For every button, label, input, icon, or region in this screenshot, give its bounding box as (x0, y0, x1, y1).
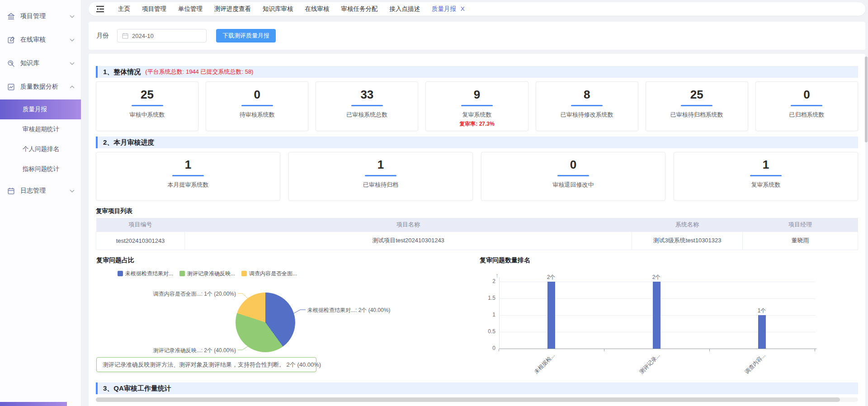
pie-callout-green: 测评记录准确反映...: 2个 (40.00%) (146, 347, 236, 354)
overall-stat-cards: 25审核中系统数 0待审核系统数 33已审核系统总数 9复审系统数复审率: 27… (96, 81, 858, 131)
bar-chart-title: 复审问题数量排名 (480, 256, 530, 264)
stat-card-reviewed-to-archive: 1已审核待归档 (288, 152, 473, 201)
tab-project-management[interactable]: 项目管理 (142, 5, 166, 13)
tab-knowledge-review[interactable]: 知识库审核 (263, 5, 293, 13)
tab-access-point-description[interactable]: 接入点描述 (390, 5, 420, 13)
stat-label: 复审系统数 (426, 111, 528, 119)
col-project-id: 项目编号 (96, 218, 185, 231)
bar-series-1[interactable] (653, 282, 660, 349)
stat-underline (557, 175, 589, 176)
tab-unit-management[interactable]: 单位管理 (178, 5, 203, 13)
stat-value: 1 (289, 158, 472, 172)
x-tick (499, 349, 499, 351)
stat-label: 已审核待归档 (289, 181, 472, 189)
y-tick-label: 0 (481, 345, 495, 351)
sidebar-item-knowledge-base[interactable]: 知识库 (0, 53, 81, 73)
x-tick (709, 349, 710, 351)
vertical-scrollbar-thumb[interactable] (865, 57, 868, 142)
stat-value: 1 (674, 158, 858, 172)
sidebar-item-log-management[interactable]: 日志管理 (0, 181, 81, 201)
stat-card-re-review-count: 1复审系统数 (674, 152, 858, 201)
bar-series-0[interactable] (547, 282, 555, 349)
stat-card-submitted-this-month: 1本月提审系统数 (96, 152, 280, 201)
stat-label: 本月提审系统数 (96, 181, 280, 189)
tab-online-review[interactable]: 在线审核 (305, 5, 330, 13)
filter-bar: 月份 2024-10 下载测评质量月报 (89, 22, 865, 50)
month-value: 2024-10 (132, 33, 154, 39)
stat-label: 审核退回修改中 (481, 181, 665, 189)
collapse-menu-icon[interactable] (96, 5, 104, 13)
section-title: 2、本月审核进度 (103, 137, 154, 148)
table-header-row: 项目编号 项目名称 系统名称 项目经理 (96, 218, 858, 231)
x-category-label: 未根据检... (533, 352, 557, 376)
y-tick-label: 0.5 (481, 328, 495, 335)
bar-series-2[interactable] (758, 315, 766, 349)
download-monthly-report-button[interactable]: 下载测评质量月报 (216, 29, 276, 42)
stat-underline (750, 175, 782, 176)
col-project-name: 项目名称 (185, 218, 632, 231)
stat-value: 0 (756, 88, 858, 102)
bar-value-label: 1个 (751, 307, 772, 315)
sidebar-item-label: 在线审核 (20, 36, 70, 44)
y-axis-arrow-icon: ↑ (495, 272, 499, 279)
stat-value: 33 (316, 88, 418, 102)
stat-label: 待审核系统数 (206, 111, 308, 119)
x-tick (604, 349, 604, 351)
chevron-down-icon (70, 38, 75, 42)
sidebar-item-quality-data-analysis[interactable]: 质量数据分析 (0, 77, 81, 97)
table-row: test202410301243 测试项目test202410301243 测试… (96, 231, 858, 250)
horizontal-scrollbar-thumb[interactable] (96, 397, 840, 402)
stat-card-re-review: 9复审系统数复审率: 27.3% (425, 81, 528, 131)
y-tick-label: 1 (481, 312, 495, 318)
stat-card-to-modify: 8已审核待修改系统数 (536, 81, 638, 131)
chevron-up-icon (70, 85, 75, 89)
tab-evaluation-progress[interactable]: 测评进度查看 (214, 5, 251, 13)
sidebar-subitem-personal-issue-ranking[interactable]: 个人问题排名 (0, 139, 81, 159)
topnav-tab-bar: 主页 项目管理 单位管理 测评进度查看 知识库审核 在线审核 审核任务分配 接入… (89, 2, 865, 16)
stat-value: 0 (481, 158, 665, 172)
section-subtitle: (平台系统总数: 1944 已提交系统总数: 58) (145, 66, 253, 78)
cell-system-name: 测试3级系统test10301323 (632, 231, 743, 250)
section-header-qa-workload: 3、QA审核工作量统计 (96, 382, 858, 394)
cell-project-id: test202410301243 (96, 231, 185, 250)
stat-value: 0 (206, 88, 308, 102)
bar-value-label: 2个 (646, 274, 667, 281)
report-panel: 1、整体情况 (平台系统总数: 1944 已提交系统总数: 58) 25审核中系… (89, 54, 865, 406)
sidebar-item-label: 日志管理 (20, 187, 70, 195)
x-category-label: 测评记录... (638, 352, 662, 376)
stat-label: 已审核待修改系统数 (536, 111, 638, 119)
pie-callout-yellow: 调查内容是否全面...: 1个 (20.00%) (146, 290, 236, 298)
month-picker-input[interactable]: 2024-10 (117, 29, 207, 42)
tab-quality-monthly-report[interactable]: 质量月报 X (432, 5, 465, 13)
sidebar-subitem-indicator-issue-stats[interactable]: 指标问题统计 (0, 159, 81, 179)
sidebar-item-label: 项目管理 (20, 12, 70, 20)
sidebar-subitem-review-overdue-stats[interactable]: 审核超期统计 (0, 119, 81, 139)
tab-home[interactable]: 主页 (118, 5, 130, 13)
stat-value: 25 (96, 88, 198, 102)
edit-icon (7, 36, 15, 44)
tab-close-icon[interactable]: X (461, 5, 465, 12)
cell-project-manager: 董晓雨 (743, 231, 858, 250)
horizontal-scrollbar[interactable] (96, 397, 858, 402)
sidebar-bottom-strip (0, 402, 67, 406)
review-project-list-title: 复审项目列表 (96, 207, 858, 215)
stat-card-pending: 0待审核系统数 (206, 81, 308, 131)
tab-label: 质量月报 (432, 5, 456, 12)
tab-review-task-assignment[interactable]: 审核任务分配 (341, 5, 378, 13)
stat-card-reviewing: 25审核中系统数 (96, 81, 198, 131)
x-tick (815, 349, 815, 351)
bar-value-label: 2个 (541, 274, 561, 281)
x-category-label: 调查内容... (743, 352, 767, 376)
sidebar-item-project-management[interactable]: 项目管理 (0, 6, 81, 26)
re-review-rate: 复审率: 27.3% (426, 120, 528, 128)
stat-value: 1 (96, 158, 280, 172)
stat-value: 25 (646, 88, 748, 102)
section-header-monthly-progress: 2、本月审核进度 (96, 137, 858, 148)
stat-value: 8 (536, 88, 638, 102)
sidebar-subitem-quality-monthly-report[interactable]: 质量月报 (0, 99, 81, 119)
y-axis-line (499, 277, 500, 349)
bank-icon (7, 13, 15, 20)
stat-underline (351, 105, 383, 106)
sidebar-item-online-review[interactable]: 在线审核 (0, 30, 81, 50)
stat-underline (132, 105, 163, 106)
